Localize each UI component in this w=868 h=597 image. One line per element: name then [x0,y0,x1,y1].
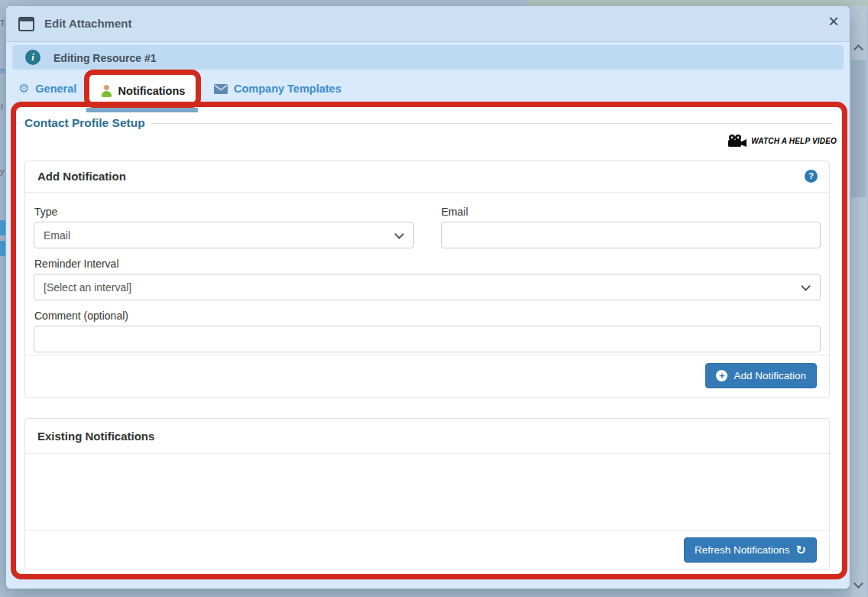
background-text-fragment: I [1,102,3,112]
section-legend: Contact Profile Setup [18,116,151,130]
refresh-notifications-button[interactable]: Refresh Notifications ↻ [684,537,817,563]
comment-label: Comment (optional) [34,310,821,322]
type-label: Type [34,206,414,218]
dialog-title: Edit Attachment [44,17,131,30]
window-icon [18,17,34,31]
background-text-fragment: T [0,18,5,28]
type-select[interactable]: Email [34,222,414,248]
tab-content-panel: Contact Profile Setup WATCH A HELP VIDEO… [15,107,842,575]
comment-input[interactable] [34,326,821,352]
tab-company-templates[interactable]: Company Templates [214,83,342,95]
info-icon: i [25,50,40,65]
existing-notifications-panel: Existing Notifications Refresh Notificat… [24,418,830,569]
refresh-icon: ↻ [796,544,806,556]
scrollbar-up-button[interactable] [850,38,866,57]
reminder-interval-label: Reminder Interval [34,258,821,270]
person-icon [101,85,112,97]
tab-label: Company Templates [234,83,342,95]
background-button-fragment [0,220,5,235]
existing-notifications-header: Existing Notifications [25,419,829,454]
tab-general[interactable]: ⚙ General [18,83,76,95]
video-camera-icon [728,135,747,148]
add-notification-panel: Add Notification ? Type Email [24,161,830,398]
add-notification-header: Add Notification ? [25,161,829,193]
plus-circle-icon: + [716,370,727,381]
edit-attachment-dialog: Edit Attachment × i Editing Resource #1 … [6,6,850,589]
help-icon[interactable]: ? [805,170,818,183]
add-notification-button[interactable]: + Add Notification [705,363,817,388]
close-icon[interactable]: × [828,12,839,31]
email-label: Email [442,206,821,218]
background-text-fragment: y [0,167,5,176]
tab-label: General [35,83,76,95]
scrollbar-down-button[interactable] [850,576,866,594]
add-notification-title: Add Notification [37,170,126,183]
refresh-notifications-button-label: Refresh Notifications [695,544,790,556]
scrollbar-thumb[interactable] [851,60,866,197]
page-scrollbar[interactable] [850,6,866,597]
existing-notifications-list [25,454,829,532]
info-banner-text: Editing Resource #1 [53,52,157,64]
tab-label: Notifications [118,85,186,97]
add-notification-button-label: Add Notification [734,370,806,381]
background-text-fragment: n [0,66,5,75]
dialog-titlebar: Edit Attachment × [6,6,850,42]
watch-help-video-label: WATCH A HELP VIDEO [751,137,837,145]
add-notification-footer: + Add Notification [25,355,829,397]
envelope-icon [214,84,228,94]
gear-icon: ⚙ [18,83,29,95]
existing-notifications-title: Existing Notifications [37,430,154,443]
reminder-interval-select[interactable]: [Select an interval] [34,274,821,300]
tab-notifications[interactable]: Notifications [89,74,196,108]
background-button-fragment [0,241,5,256]
watch-help-video-link[interactable]: WATCH A HELP VIDEO [728,135,837,148]
chevron-up-icon [853,44,863,54]
existing-notifications-footer: Refresh Notifications ↻ [25,530,829,569]
info-banner: i Editing Resource #1 [12,45,844,70]
add-notification-form: Type Email Email Reminder I [25,193,829,352]
email-input[interactable] [441,222,821,248]
chevron-down-icon [853,579,863,589]
active-tab-underline [86,108,198,112]
